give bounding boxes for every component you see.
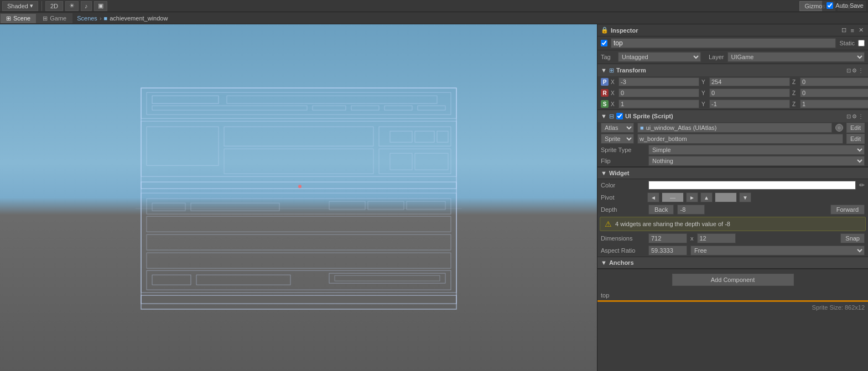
- anchors-toggle-icon: ▼: [601, 259, 607, 266]
- atlas-dropdown[interactable]: Atlas: [601, 123, 634, 133]
- tag-select[interactable]: Untagged: [618, 52, 701, 62]
- atlas-edit-btn[interactable]: Edit: [846, 123, 865, 133]
- svg-rect-17: [390, 131, 412, 142]
- object-name-input[interactable]: [611, 38, 836, 48]
- flip-select[interactable]: Nothing: [648, 156, 865, 166]
- pivot-center-btn[interactable]: —: [662, 192, 684, 202]
- inspector-title: Inspector: [611, 27, 838, 34]
- layer-select[interactable]: UIGame: [727, 52, 865, 62]
- color-row: Color ✏: [597, 179, 868, 191]
- ui-sprite-menu[interactable]: ⊡ ⚙ ⋮: [845, 113, 865, 119]
- inspector-collapse-btn[interactable]: ⊡: [840, 27, 848, 34]
- svg-rect-18: [415, 131, 434, 142]
- top-label: top: [601, 292, 609, 299]
- widget-title: Widget: [609, 170, 865, 176]
- inspector-menu-btn[interactable]: ≡: [850, 27, 855, 34]
- depth-label: Depth: [601, 206, 645, 213]
- svg-rect-7: [313, 106, 346, 110]
- aspect-mode-select[interactable]: Free: [690, 245, 865, 255]
- object-enabled-checkbox[interactable]: [601, 40, 607, 46]
- widget-header[interactable]: ▼ Widget: [597, 167, 868, 179]
- pivot-left-btn[interactable]: ◄: [647, 192, 659, 202]
- transform-header[interactable]: ▼ ⊞ Transform ⊡ ⚙ ⋮: [597, 64, 868, 76]
- breadcrumb-separator: ›: [100, 15, 102, 22]
- atlas-row: Atlas ■ ui_window_Atlas (UIAtlas) ○ Edit: [597, 122, 868, 133]
- scale-x-input[interactable]: [618, 100, 699, 108]
- auto-save-label: Auto Save: [835, 2, 864, 9]
- color-edit-btn[interactable]: ✏: [859, 181, 865, 189]
- sun-icon: ☀: [69, 2, 75, 9]
- tag-layer-row: Tag Untagged Layer UIGame: [597, 50, 868, 64]
- tab-scene[interactable]: ⊞ Scene: [0, 13, 37, 23]
- transform-menu[interactable]: ⊡ ⚙ ⋮: [845, 67, 865, 74]
- rot-x-input[interactable]: [618, 88, 699, 97]
- rot-y-input[interactable]: [709, 88, 790, 97]
- effects-icon-btn[interactable]: ▣: [94, 1, 107, 11]
- svg-rect-13: [224, 127, 373, 146]
- widget-toggle-icon: ▼: [601, 170, 607, 176]
- auto-save-checkbox[interactable]: [827, 2, 833, 9]
- svg-rect-21: [415, 153, 448, 170]
- sprite-dropdown[interactable]: Sprite: [601, 134, 634, 144]
- breadcrumb-area: Scenes › ■ achievement_window: [72, 12, 868, 24]
- warning-icon: ⚠: [605, 220, 612, 228]
- pos-x-input[interactable]: [618, 77, 699, 86]
- breadcrumb-scenes[interactable]: Scenes: [77, 15, 97, 22]
- dim-width-input[interactable]: [648, 233, 687, 243]
- scale-z-input[interactable]: [800, 100, 868, 108]
- 2d-button[interactable]: 2D: [45, 1, 63, 11]
- pivot-vmid-btn[interactable]: [715, 192, 737, 202]
- svg-rect-37: [335, 275, 440, 281]
- svg-rect-24: [147, 198, 451, 214]
- pos-y-input[interactable]: [709, 77, 790, 86]
- pivot-up-btn[interactable]: ▲: [700, 192, 713, 202]
- sprite-size-area: Sprite Size: 862x12: [597, 302, 868, 313]
- snap-btn[interactable]: Snap: [840, 233, 865, 243]
- atlas-asset-field[interactable]: ■ ui_window_Atlas (UIAtlas): [637, 123, 832, 133]
- scale-y-label: Y: [701, 101, 707, 107]
- svg-point-39: [298, 185, 302, 188]
- depth-value-input[interactable]: [677, 205, 705, 215]
- depth-forward-btn[interactable]: Forward: [830, 205, 865, 215]
- scene-tab-label: Scene: [13, 15, 30, 22]
- transform-settings-icon: ⚙: [852, 67, 857, 74]
- ui-sprite-enabled[interactable]: [616, 113, 623, 119]
- sprite-edit-btn[interactable]: Edit: [846, 134, 865, 144]
- scene-view[interactable]: [0, 24, 597, 371]
- ui-sprite-section: ▼ ⊟ UI Sprite (Script) ⊡ ⚙ ⋮ Atlas: [597, 110, 868, 167]
- scale-row: S X Y Z: [597, 98, 868, 109]
- static-checkbox[interactable]: [858, 40, 865, 46]
- inspector-lock-icon[interactable]: 🔒: [601, 27, 609, 34]
- inspector-close-btn[interactable]: ✕: [857, 27, 865, 34]
- anchors-header[interactable]: ▼ Anchors: [597, 257, 868, 269]
- dim-height-input[interactable]: [697, 233, 736, 243]
- color-preview[interactable]: [648, 181, 856, 190]
- sprite-type-select[interactable]: Simple: [648, 145, 865, 155]
- warning-text: 4 widgets are sharing the depth value of…: [615, 221, 730, 227]
- ui-sprite-title: UI Sprite (Script): [625, 113, 843, 119]
- audio-icon-btn[interactable]: ♪: [81, 1, 92, 11]
- pivot-right-btn[interactable]: ►: [686, 192, 698, 202]
- svg-rect-26: [147, 234, 451, 250]
- inspector-content[interactable]: Static Tag Untagged Layer UIGame ▼ ⊞: [597, 36, 868, 371]
- pos-y-label: Y: [701, 79, 707, 85]
- pos-z-input[interactable]: [800, 77, 868, 86]
- tab-game[interactable]: ⊞ Game: [37, 13, 72, 23]
- sun-icon-btn[interactable]: ☀: [65, 1, 79, 11]
- shaded-dropdown[interactable]: Shaded ▾: [2, 1, 38, 11]
- depth-back-btn[interactable]: Back: [648, 205, 674, 215]
- layer-label: Layer: [709, 54, 724, 60]
- aspect-value-input[interactable]: [648, 245, 687, 255]
- sprite-value-input[interactable]: [637, 134, 843, 144]
- svg-rect-27: [147, 253, 451, 268]
- svg-rect-34: [152, 275, 191, 285]
- scene-tab-icon: ⊞: [6, 15, 11, 22]
- flip-row: Flip Nothing: [597, 155, 868, 166]
- rot-z-input[interactable]: [800, 88, 868, 97]
- shaded-label: Shaded: [7, 3, 28, 9]
- atlas-circle-btn[interactable]: ○: [835, 124, 843, 132]
- scale-y-input[interactable]: [709, 100, 790, 108]
- add-component-button[interactable]: Add Component: [672, 274, 794, 286]
- ui-sprite-header[interactable]: ▼ ⊟ UI Sprite (Script) ⊡ ⚙ ⋮: [597, 110, 868, 122]
- pivot-down-btn[interactable]: ▼: [739, 192, 751, 202]
